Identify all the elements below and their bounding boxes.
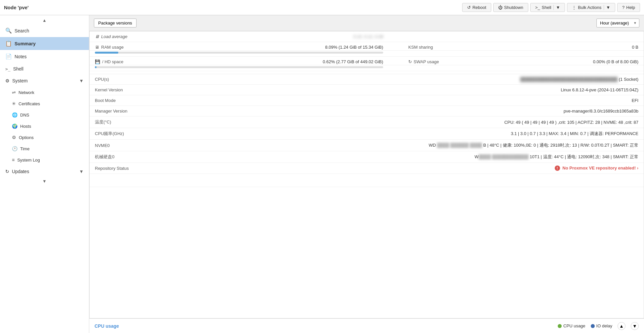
bulk-actions-label: Bulk Actions (578, 5, 601, 10)
shutdown-label: Shutdown (504, 5, 523, 10)
summary-icon: 📋 (5, 40, 12, 47)
hd-value-cell: 0.62% (2.77 GiB of 449.02 GiB) (182, 57, 388, 65)
repo-row: Repository Status ! No Proxmox VE reposi… (90, 163, 644, 174)
main-layout: ▲ 🔍 Search 📋 Summary 📄 Notes >_ Shell ⚙ … (0, 15, 644, 333)
sidebar: ▲ 🔍 Search 📋 Summary 📄 Notes >_ Shell ⚙ … (0, 15, 89, 333)
kernel-value-cell: Linux 6.8.12-4-pve (2024-11-06T15:04Z) (182, 85, 644, 95)
swap-value-cell: 0.00% (0 B of 8.00 GiB) (481, 57, 644, 65)
manager-label-cell: Manager Version (90, 106, 182, 117)
sidebar-up-arrow[interactable]: ▲ (0, 17, 89, 24)
sidebar-item-dns[interactable]: 🌐 DNS (0, 109, 89, 120)
bulk-arrow[interactable]: ▼ (604, 5, 610, 10)
sidebar-hosts-label: Hosts (20, 124, 31, 129)
shell-nav-icon: >_ (5, 67, 11, 71)
sidebar-dns-label: DNS (20, 113, 29, 118)
hdd-label-cell: 机械硬盘0 (90, 151, 182, 163)
chart-area: CPU usage CPU usage IO delay ▲ ▼ (89, 318, 644, 333)
sidebar-item-summary[interactable]: 📋 Summary (0, 37, 89, 50)
help-button[interactable]: ? Help (617, 3, 640, 12)
nvme-row: NVME0 WD ████ ██████ ████ B | 48°C | 健康:… (90, 140, 644, 151)
legend-cpu-item: CPU usage (558, 323, 585, 328)
swap-label-cell: ↻ SWAP usage (388, 57, 481, 65)
hd-space-row: 💾 / HD space 0.62% (2.77 GiB of 449.02 G… (90, 57, 644, 65)
sidebar-item-shell[interactable]: >_ Shell (0, 63, 89, 75)
sidebar-search-label: Search (15, 28, 29, 33)
shell-split-arrow[interactable]: ▼ (553, 5, 560, 10)
shutdown-button[interactable]: ⏻ Shutdown (493, 3, 528, 12)
spacer-row (90, 174, 644, 187)
options-icon: ⚙ (12, 135, 16, 140)
sidebar-item-notes[interactable]: 📄 Notes (0, 50, 89, 63)
shell-icon: >_ (535, 5, 540, 10)
network-icon: ⇌ (12, 90, 16, 95)
hd-label-cell: 💾 / HD space (90, 57, 182, 65)
legend-io-dot (591, 324, 595, 328)
sidebar-time-label: Time (20, 146, 29, 151)
ksm-value-cell: 0 B (481, 42, 644, 51)
kernel-row: Kernel Version Linux 6.8.12-4-pve (2024-… (90, 85, 644, 95)
ram-value-cell: 8.09% (1.24 GiB of 15.34 GiB) (182, 42, 388, 51)
hd-icon: 💾 (95, 59, 100, 64)
info-table: 🖥 Load average 0.10, 0.12, 0.08 🖥 (90, 31, 644, 187)
dns-icon: 🌐 (12, 112, 18, 118)
cpu-icon: 🖥 (95, 34, 99, 39)
sidebar-item-hosts[interactable]: 🌍 Hosts (0, 120, 89, 132)
sidebar-item-certificates[interactable]: ✳ Certificates (0, 98, 89, 109)
sidebar-item-time[interactable]: 🕐 Time (0, 143, 89, 154)
bulk-actions-button[interactable]: ⋮ Bulk Actions ▼ (567, 3, 615, 12)
sidebar-group-updates[interactable]: ↻ Updates ▼ (0, 166, 89, 177)
shell-button[interactable]: >_ Shell ▼ (530, 3, 565, 12)
sidebar-down-arrow[interactable]: ▼ (0, 177, 89, 185)
manager-row: Manager Version pve-manager/8.3.0/c1689c… (90, 106, 644, 117)
sidebar-updates-label: Updates (12, 169, 29, 174)
content-area: Package versions Hour (average) 🖥 Load a… (89, 15, 644, 333)
topbar-actions: ↺ Reboot ⏻ Shutdown >_ Shell ▼ ⋮ Bulk Ac… (462, 3, 640, 12)
sidebar-shell-label: Shell (13, 66, 23, 71)
hd-bar-row (90, 65, 644, 71)
hosts-icon: 🌍 (12, 123, 18, 129)
hour-select[interactable]: Hour (average) (596, 19, 639, 27)
page-title: Node 'pve' (4, 5, 29, 10)
system-log-icon: ≡ (12, 157, 15, 163)
updates-icon: ↻ (5, 169, 9, 174)
cpu-row: CPU(s) ████████████████████████████████ … (90, 74, 644, 85)
sidebar-system-log-label: System Log (17, 158, 40, 163)
reboot-icon: ↺ (467, 5, 471, 10)
sidebar-group-system[interactable]: ⚙ System ▼ (0, 75, 89, 87)
sidebar-summary-label: Summary (15, 41, 36, 46)
ram-usage-row: 🖥 RAM usage 8.09% (1.24 GiB of 15.34 GiB… (90, 42, 644, 51)
boot-mode-value-cell: EFI (182, 95, 644, 106)
legend-cpu-dot (558, 324, 562, 328)
sidebar-item-network[interactable]: ⇌ Network (0, 87, 89, 98)
load-average-value: 0.10, 0.12, 0.08 (182, 31, 388, 42)
sidebar-system-label: System (12, 78, 28, 83)
ram-bar-row (90, 51, 644, 57)
repo-error-text[interactable]: No Proxmox VE repository enabled! › (562, 166, 638, 170)
load-average-row: 🖥 Load average 0.10, 0.12, 0.08 (90, 31, 644, 42)
help-icon: ? (622, 5, 624, 10)
repo-error-icon: ! (555, 166, 560, 171)
separator-row-1 (90, 71, 644, 74)
content-header: Package versions Hour (average) (89, 15, 644, 31)
package-versions-button[interactable]: Package versions (94, 19, 137, 27)
temp-row: 温度(°C) CPU: 49 ( 49 | 49 | 49 | 49 ) ,cr… (90, 117, 644, 128)
sidebar-item-system-log[interactable]: ≡ System Log (0, 154, 89, 166)
chart-scroll-up[interactable]: ▲ (618, 322, 625, 330)
ram-icon: 🖥 (95, 45, 99, 50)
boot-mode-row: Boot Mode EFI (90, 95, 644, 106)
reboot-button[interactable]: ↺ Reboot (462, 3, 491, 12)
legend-io-item: IO delay (591, 323, 612, 328)
hour-select-wrapper: Hour (average) (596, 19, 639, 27)
system-expand-arrow: ▼ (79, 78, 84, 83)
bulk-icon: ⋮ (572, 5, 576, 10)
cpu-freq-row: CPU频率(GHz) 3.1 | 3.0 | 0.7 | 3.3 | MAX: … (90, 128, 644, 140)
hdd-value-cell: W████ ████████████ 10T1 | 温度: 44°C | 通电:… (182, 151, 644, 163)
chart-scroll-down[interactable]: ▼ (631, 322, 639, 330)
load-average-label: 🖥 Load average (90, 31, 182, 42)
sidebar-item-search[interactable]: 🔍 Search (0, 24, 89, 37)
sidebar-item-options[interactable]: ⚙ Options (0, 132, 89, 143)
swap-icon: ↻ (408, 59, 412, 64)
ram-progress-container (95, 52, 383, 54)
repo-value-cell: ! No Proxmox VE repository enabled! › (182, 163, 644, 174)
system-icon: ⚙ (5, 78, 10, 83)
